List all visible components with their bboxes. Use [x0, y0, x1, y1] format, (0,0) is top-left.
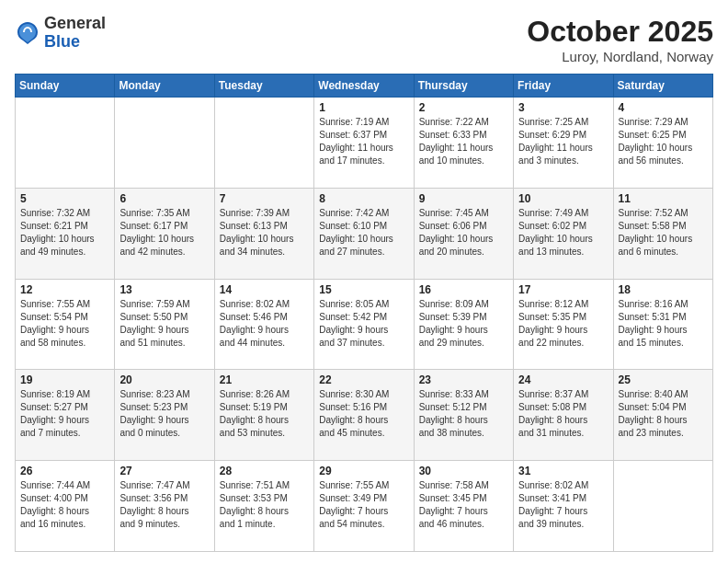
- cell-info-w2-d6: Sunrise: 7:49 AM Sunset: 6:02 PM Dayligh…: [518, 207, 608, 259]
- cell-date-w2-d7: 11: [619, 192, 708, 205]
- calendar-cell-w2-d3: 7Sunrise: 7:39 AM Sunset: 6:13 PM Daylig…: [214, 188, 313, 279]
- cell-date-w5-d3: 28: [220, 465, 309, 477]
- calendar-cell-w4-d3: 21Sunrise: 8:26 AM Sunset: 5:19 PM Dayli…: [214, 370, 313, 461]
- cell-info-w2-d2: Sunrise: 7:35 AM Sunset: 6:17 PM Dayligh…: [119, 207, 209, 259]
- calendar-cell-w4-d1: 19Sunrise: 8:19 AM Sunset: 5:27 PM Dayli…: [16, 370, 115, 461]
- cell-date-w2-d4: 8: [319, 192, 408, 205]
- calendar-cell-w1-d7: 4Sunrise: 7:29 AM Sunset: 6:25 PM Daylig…: [613, 98, 712, 189]
- cell-info-w1-d7: Sunrise: 7:29 AM Sunset: 6:25 PM Dayligh…: [619, 116, 708, 167]
- calendar-cell-w2-d7: 11Sunrise: 7:52 AM Sunset: 5:58 PM Dayli…: [613, 188, 712, 279]
- title-location: Luroy, Nordland, Norway: [527, 49, 713, 64]
- cell-date-w3-d2: 13: [119, 283, 209, 296]
- cell-date-w4-d6: 24: [518, 373, 608, 386]
- cell-date-w4-d5: 23: [419, 373, 508, 386]
- calendar-cell-w4-d2: 20Sunrise: 8:23 AM Sunset: 5:23 PM Dayli…: [115, 370, 214, 461]
- calendar-cell-w4-d4: 22Sunrise: 8:30 AM Sunset: 5:16 PM Dayli…: [314, 370, 414, 461]
- cell-info-w3-d6: Sunrise: 8:12 AM Sunset: 5:35 PM Dayligh…: [518, 298, 608, 350]
- cell-info-w4-d7: Sunrise: 8:40 AM Sunset: 5:04 PM Dayligh…: [619, 388, 708, 440]
- calendar-cell-w1-d4: 1Sunrise: 7:19 AM Sunset: 6:37 PM Daylig…: [314, 98, 414, 189]
- calendar-cell-w2-d6: 10Sunrise: 7:49 AM Sunset: 6:02 PM Dayli…: [514, 188, 613, 279]
- cell-info-w4-d2: Sunrise: 8:23 AM Sunset: 5:23 PM Dayligh…: [119, 388, 209, 440]
- header: General Blue October 2025 Luroy, Nordlan…: [15, 15, 713, 64]
- calendar-header-row: Sunday Monday Tuesday Wednesday Thursday…: [16, 75, 713, 98]
- cell-info-w5-d6: Sunrise: 8:02 AM Sunset: 3:41 PM Dayligh…: [518, 479, 608, 531]
- cell-date-w1-d5: 2: [419, 101, 508, 114]
- cell-date-w2-d5: 9: [419, 192, 508, 205]
- cell-info-w5-d2: Sunrise: 7:47 AM Sunset: 3:56 PM Dayligh…: [119, 479, 209, 531]
- calendar-cell-w3-d2: 13Sunrise: 7:59 AM Sunset: 5:50 PM Dayli…: [115, 279, 214, 370]
- calendar-cell-w1-d2: [115, 98, 214, 189]
- logo-text: General Blue: [44, 15, 106, 52]
- calendar-cell-w5-d4: 29Sunrise: 7:55 AM Sunset: 3:49 PM Dayli…: [314, 461, 414, 552]
- calendar-cell-w5-d1: 26Sunrise: 7:44 AM Sunset: 4:00 PM Dayli…: [16, 461, 115, 552]
- day-header-tuesday: Tuesday: [214, 75, 313, 98]
- calendar-cell-w4-d7: 25Sunrise: 8:40 AM Sunset: 5:04 PM Dayli…: [613, 370, 712, 461]
- cell-info-w3-d4: Sunrise: 8:05 AM Sunset: 5:42 PM Dayligh…: [319, 298, 408, 350]
- cell-info-w5-d4: Sunrise: 7:55 AM Sunset: 3:49 PM Dayligh…: [319, 479, 408, 531]
- cell-date-w2-d6: 10: [518, 192, 608, 205]
- cell-date-w4-d3: 21: [220, 373, 309, 386]
- cell-info-w3-d7: Sunrise: 8:16 AM Sunset: 5:31 PM Dayligh…: [619, 298, 708, 350]
- calendar-week-3: 12Sunrise: 7:55 AM Sunset: 5:54 PM Dayli…: [16, 279, 713, 370]
- calendar-cell-w5-d5: 30Sunrise: 7:58 AM Sunset: 3:45 PM Dayli…: [414, 461, 513, 552]
- cell-date-w1-d6: 3: [518, 101, 608, 114]
- cell-info-w3-d5: Sunrise: 8:09 AM Sunset: 5:39 PM Dayligh…: [419, 298, 508, 350]
- calendar-week-1: 1Sunrise: 7:19 AM Sunset: 6:37 PM Daylig…: [16, 98, 713, 189]
- calendar-cell-w2-d2: 6Sunrise: 7:35 AM Sunset: 6:17 PM Daylig…: [115, 188, 214, 279]
- day-header-thursday: Thursday: [414, 75, 513, 98]
- calendar-cell-w1-d3: [214, 98, 313, 189]
- cell-info-w4-d4: Sunrise: 8:30 AM Sunset: 5:16 PM Dayligh…: [319, 388, 408, 440]
- cell-info-w2-d5: Sunrise: 7:45 AM Sunset: 6:06 PM Dayligh…: [419, 207, 508, 259]
- calendar-cell-w3-d3: 14Sunrise: 8:02 AM Sunset: 5:46 PM Dayli…: [214, 279, 313, 370]
- calendar-cell-w1-d6: 3Sunrise: 7:25 AM Sunset: 6:29 PM Daylig…: [514, 98, 613, 189]
- cell-info-w4-d6: Sunrise: 8:37 AM Sunset: 5:08 PM Dayligh…: [518, 388, 608, 440]
- cell-date-w4-d4: 22: [319, 373, 408, 386]
- calendar-cell-w5-d6: 31Sunrise: 8:02 AM Sunset: 3:41 PM Dayli…: [514, 461, 613, 552]
- calendar-cell-w2-d4: 8Sunrise: 7:42 AM Sunset: 6:10 PM Daylig…: [314, 188, 414, 279]
- cell-date-w2-d2: 6: [119, 192, 209, 205]
- cell-info-w4-d3: Sunrise: 8:26 AM Sunset: 5:19 PM Dayligh…: [220, 388, 309, 440]
- cell-date-w3-d4: 15: [319, 283, 408, 296]
- cell-date-w4-d7: 25: [619, 373, 708, 386]
- cell-date-w3-d6: 17: [518, 283, 608, 296]
- cell-date-w5-d6: 31: [518, 465, 608, 477]
- calendar-cell-w3-d1: 12Sunrise: 7:55 AM Sunset: 5:54 PM Dayli…: [16, 279, 115, 370]
- cell-info-w1-d6: Sunrise: 7:25 AM Sunset: 6:29 PM Dayligh…: [518, 116, 608, 167]
- title-month: October 2025: [527, 15, 713, 49]
- cell-date-w3-d1: 12: [20, 283, 109, 296]
- cell-info-w2-d4: Sunrise: 7:42 AM Sunset: 6:10 PM Dayligh…: [319, 207, 408, 259]
- day-header-sunday: Sunday: [16, 75, 115, 98]
- cell-date-w1-d7: 4: [619, 101, 708, 114]
- title-block: October 2025 Luroy, Nordland, Norway: [527, 15, 713, 64]
- cell-info-w1-d5: Sunrise: 7:22 AM Sunset: 6:33 PM Dayligh…: [419, 116, 508, 167]
- cell-info-w3-d2: Sunrise: 7:59 AM Sunset: 5:50 PM Dayligh…: [119, 298, 209, 350]
- cell-date-w2-d3: 7: [220, 192, 309, 205]
- cell-info-w5-d1: Sunrise: 7:44 AM Sunset: 4:00 PM Dayligh…: [20, 479, 109, 531]
- cell-info-w2-d1: Sunrise: 7:32 AM Sunset: 6:21 PM Dayligh…: [20, 207, 109, 259]
- cell-info-w3-d1: Sunrise: 7:55 AM Sunset: 5:54 PM Dayligh…: [20, 298, 109, 350]
- cell-info-w5-d3: Sunrise: 7:51 AM Sunset: 3:53 PM Dayligh…: [220, 479, 309, 531]
- cell-info-w4-d5: Sunrise: 8:33 AM Sunset: 5:12 PM Dayligh…: [419, 388, 508, 440]
- calendar-table: Sunday Monday Tuesday Wednesday Thursday…: [15, 74, 713, 552]
- calendar-cell-w3-d4: 15Sunrise: 8:05 AM Sunset: 5:42 PM Dayli…: [314, 279, 414, 370]
- day-header-friday: Friday: [514, 75, 613, 98]
- day-header-wednesday: Wednesday: [314, 75, 414, 98]
- cell-date-w2-d1: 5: [20, 192, 109, 205]
- calendar-cell-w3-d7: 18Sunrise: 8:16 AM Sunset: 5:31 PM Dayli…: [613, 279, 712, 370]
- cell-info-w2-d7: Sunrise: 7:52 AM Sunset: 5:58 PM Dayligh…: [619, 207, 708, 259]
- calendar-cell-w4-d6: 24Sunrise: 8:37 AM Sunset: 5:08 PM Dayli…: [514, 370, 613, 461]
- cell-date-w4-d1: 19: [20, 373, 109, 386]
- calendar-cell-w5-d3: 28Sunrise: 7:51 AM Sunset: 3:53 PM Dayli…: [214, 461, 313, 552]
- cell-date-w5-d5: 30: [419, 465, 508, 477]
- calendar-cell-w2-d1: 5Sunrise: 7:32 AM Sunset: 6:21 PM Daylig…: [16, 188, 115, 279]
- calendar-week-2: 5Sunrise: 7:32 AM Sunset: 6:21 PM Daylig…: [16, 188, 713, 279]
- day-header-saturday: Saturday: [613, 75, 712, 98]
- cell-date-w5-d4: 29: [319, 465, 408, 477]
- cell-info-w2-d3: Sunrise: 7:39 AM Sunset: 6:13 PM Dayligh…: [220, 207, 309, 259]
- calendar-cell-w1-d5: 2Sunrise: 7:22 AM Sunset: 6:33 PM Daylig…: [414, 98, 513, 189]
- calendar-week-4: 19Sunrise: 8:19 AM Sunset: 5:27 PM Dayli…: [16, 370, 713, 461]
- calendar-week-5: 26Sunrise: 7:44 AM Sunset: 4:00 PM Dayli…: [16, 461, 713, 552]
- cell-info-w1-d4: Sunrise: 7:19 AM Sunset: 6:37 PM Dayligh…: [319, 116, 408, 167]
- calendar-cell-w4-d5: 23Sunrise: 8:33 AM Sunset: 5:12 PM Dayli…: [414, 370, 513, 461]
- cell-date-w5-d2: 27: [119, 465, 209, 477]
